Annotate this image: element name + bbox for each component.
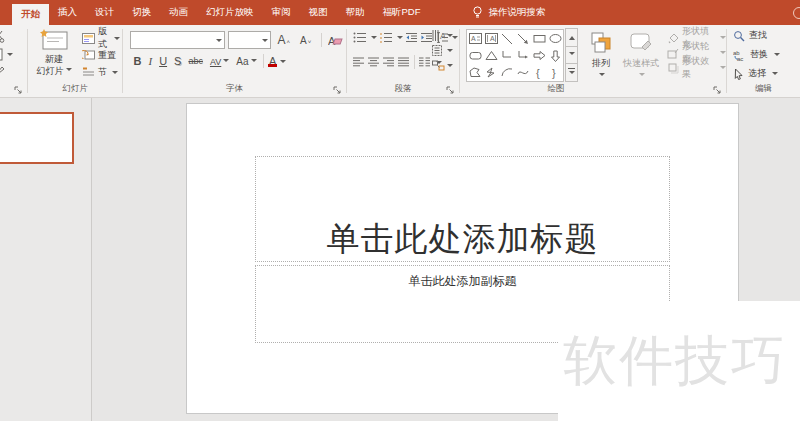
shape-right-arrow-icon[interactable] (531, 47, 547, 64)
tab-insert[interactable]: 插入 (49, 0, 86, 25)
decrease-font-size-button[interactable]: A˅ (297, 35, 315, 46)
font-dialog-launcher[interactable] (333, 86, 341, 94)
paragraph-side-buttons: A (432, 30, 453, 71)
shape-down-arrow-icon[interactable] (547, 47, 563, 64)
shape-elbow-connector-icon[interactable] (499, 47, 515, 64)
slide-thumbnail-1[interactable] (0, 112, 74, 164)
tell-me-label: 操作说明搜索 (489, 6, 546, 19)
new-slide-label-1: 新建 (45, 54, 63, 64)
font-color-button[interactable]: A (267, 55, 278, 67)
bold-button[interactable]: B (130, 55, 145, 67)
tab-foxit-pdf[interactable]: 福昕PDF (374, 0, 430, 25)
cut-icon[interactable] (0, 30, 6, 43)
clear-formatting-button[interactable]: A (328, 34, 343, 47)
partial-account-icon[interactable] (793, 7, 800, 19)
tab-help[interactable]: 帮助 (337, 0, 374, 25)
font-group-label: 字体 (123, 83, 346, 95)
replace-icon: abac (733, 49, 746, 61)
character-spacing-button[interactable]: AV (206, 56, 232, 67)
gallery-scroll-down-button[interactable] (565, 46, 578, 65)
svg-text:A: A (440, 31, 445, 41)
find-button[interactable]: 查找 (733, 28, 800, 43)
shape-rounded-rectangle-icon[interactable] (467, 47, 483, 64)
shape-right-brace-icon[interactable]: } (547, 64, 563, 81)
shape-oval-icon[interactable] (547, 30, 563, 47)
paste-button[interactable] (0, 47, 13, 61)
strikethrough-button[interactable]: abc (185, 56, 207, 66)
shape-effects-button[interactable]: 形状效果 (667, 60, 726, 75)
shape-curve-icon[interactable] (515, 64, 531, 81)
tab-animations[interactable]: 动画 (160, 0, 197, 25)
shape-triangle-icon[interactable] (483, 47, 499, 64)
change-case-button[interactable]: Aa (233, 56, 260, 67)
justify-button[interactable] (398, 57, 410, 68)
convert-to-smartart-button[interactable] (432, 60, 453, 71)
title-placeholder[interactable]: 单击此处添加标题 (255, 156, 670, 262)
underline-button[interactable]: U (156, 55, 171, 67)
shape-effects-icon (667, 62, 679, 74)
italic-button[interactable]: I (145, 55, 156, 67)
replace-button[interactable]: abac 替换 (733, 47, 800, 62)
align-left-button[interactable] (353, 57, 365, 68)
reset-icon (82, 49, 95, 61)
shape-freeform-icon[interactable] (467, 64, 483, 81)
arrange-button[interactable]: 排列 (584, 31, 618, 79)
shape-arrow-icon[interactable] (515, 30, 531, 47)
watermark-text: 软件技巧 (563, 325, 787, 398)
shape-scribble-icon[interactable] (483, 64, 499, 81)
reset-button[interactable]: 重置 (80, 47, 122, 63)
text-direction-button[interactable]: A (432, 30, 453, 41)
shapes-gallery: A A { } (466, 29, 564, 82)
shape-left-brace-icon[interactable]: { (531, 64, 547, 81)
align-center-button[interactable] (368, 57, 380, 68)
font-size-combobox[interactable] (228, 31, 271, 49)
paragraph-dialog-launcher[interactable] (446, 86, 454, 94)
tab-view[interactable]: 视图 (300, 0, 337, 25)
align-right-button[interactable] (383, 57, 395, 68)
select-button[interactable]: 选择 (733, 66, 800, 81)
slides-group-label: 幻灯片 (28, 83, 122, 95)
paragraph-group: A 段落 (347, 25, 459, 97)
shape-rectangle-icon[interactable] (531, 30, 547, 47)
svg-text:A: A (490, 35, 495, 42)
layout-button[interactable]: 版式 (80, 30, 122, 46)
align-text-button[interactable] (432, 45, 453, 56)
tab-home[interactable]: 开始 (12, 4, 49, 25)
tell-me-search[interactable]: 操作说明搜索 (472, 0, 546, 25)
tab-design[interactable]: 设计 (86, 0, 123, 25)
decrease-indent-button[interactable] (405, 32, 418, 43)
new-slide-button[interactable]: 新建 幻灯片 (32, 29, 76, 87)
clipboard-group (0, 25, 27, 97)
paragraph-group-label: 段落 (347, 83, 459, 95)
increase-font-size-button[interactable]: A˄ (274, 33, 294, 47)
shape-vertical-textbox-icon[interactable]: A (483, 30, 499, 47)
shape-line-icon[interactable] (499, 30, 515, 47)
quick-styles-button[interactable]: 快速样式 (620, 31, 662, 79)
bullets-button[interactable] (353, 32, 367, 43)
shape-arc-icon[interactable] (499, 64, 515, 81)
shape-outline-icon (667, 47, 679, 59)
new-slide-icon (39, 29, 69, 51)
section-button[interactable]: 节 (80, 64, 122, 80)
clipboard-dialog-launcher[interactable] (14, 86, 22, 94)
format-painter-icon[interactable] (0, 65, 5, 78)
shape-textbox-icon[interactable]: A (467, 30, 483, 47)
select-icon (733, 68, 744, 80)
columns-button[interactable] (419, 57, 431, 68)
lightbulb-icon (472, 6, 483, 19)
font-name-combobox[interactable] (130, 31, 225, 49)
tab-review[interactable]: 审阅 (263, 0, 300, 25)
text-shadow-button[interactable]: S (171, 55, 185, 67)
gallery-scroll-up-button[interactable] (565, 28, 578, 47)
gallery-more-button[interactable] (565, 63, 578, 82)
slide-thumbnail-panel[interactable] (0, 98, 92, 421)
shape-elbow-arrow-connector-icon[interactable] (515, 47, 531, 64)
new-slide-label-2: 幻灯片 (37, 66, 64, 76)
numbering-button[interactable] (379, 32, 393, 43)
drawing-dialog-launcher[interactable] (713, 86, 721, 94)
tab-slideshow[interactable]: 幻灯片放映 (197, 0, 263, 25)
workspace: 单击此处添加标题 单击此处添加副标题 软件技巧 (0, 98, 800, 421)
tab-transitions[interactable]: 切换 (123, 0, 160, 25)
shape-fill-icon (667, 32, 679, 44)
slides-group: 新建 幻灯片 版式 重置 节 幻灯片 (28, 25, 122, 97)
